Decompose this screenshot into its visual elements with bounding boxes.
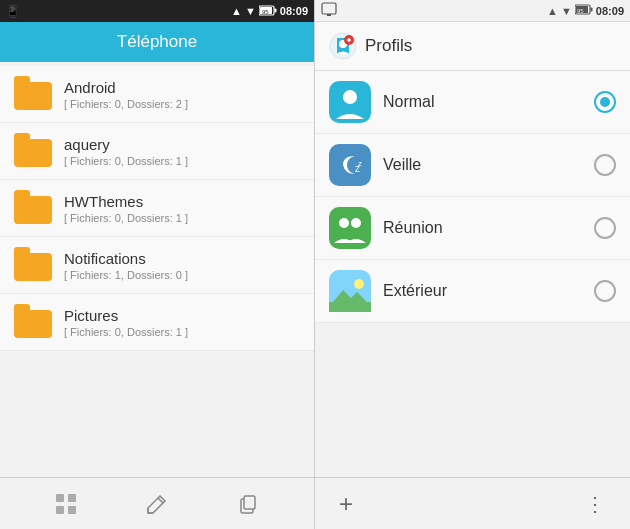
profile-radio[interactable]: [594, 217, 616, 239]
svg-rect-16: [590, 8, 592, 12]
file-name: aquery: [64, 136, 188, 153]
folder-icon: [14, 76, 52, 112]
right-time: 08:09: [596, 5, 624, 17]
right-battery-icon: 95: [575, 4, 593, 17]
right-panel: ▲ ▼ 95 08:09 Profils: [315, 0, 630, 529]
svg-text:z: z: [358, 159, 362, 168]
svg-rect-12: [322, 3, 336, 14]
file-item[interactable]: Android [ Fichiers: 0, Dossiers: 2 ]: [0, 66, 314, 123]
left-bottom-bar: [0, 477, 314, 529]
right-status-bar: ▲ ▼ 95 08:09: [315, 0, 630, 22]
file-meta: [ Fichiers: 0, Dossiers: 1 ]: [64, 326, 188, 338]
svg-point-30: [351, 218, 361, 228]
profile-item[interactable]: Normal: [315, 71, 630, 134]
file-info: Android [ Fichiers: 0, Dossiers: 2 ]: [64, 79, 188, 110]
edit-button[interactable]: [142, 489, 172, 519]
add-profile-button[interactable]: +: [339, 492, 353, 516]
grid-button[interactable]: [51, 489, 81, 519]
svg-rect-25: [329, 144, 371, 186]
svg-rect-4: [56, 494, 64, 502]
svg-rect-6: [56, 506, 64, 514]
profile-icon: zz: [329, 144, 371, 186]
profile-radio[interactable]: [594, 91, 616, 113]
file-meta: [ Fichiers: 0, Dossiers: 2 ]: [64, 98, 188, 110]
more-options-button[interactable]: ⋮: [585, 492, 606, 516]
profile-name: Extérieur: [383, 282, 594, 300]
file-name: HWThemes: [64, 193, 188, 210]
profile-list: Normal zz Veille Réunion Extér: [315, 71, 630, 477]
file-list: Android [ Fichiers: 0, Dossiers: 2 ] aqu…: [0, 62, 314, 477]
file-meta: [ Fichiers: 1, Dossiers: 0 ]: [64, 269, 188, 281]
wifi-icon: ▲: [231, 5, 242, 17]
battery-icon: 95: [259, 5, 277, 18]
file-name: Notifications: [64, 250, 188, 267]
file-info: aquery [ Fichiers: 0, Dossiers: 1 ]: [64, 136, 188, 167]
file-item[interactable]: aquery [ Fichiers: 0, Dossiers: 1 ]: [0, 123, 314, 180]
left-header: Téléphone: [0, 22, 314, 62]
right-bottom-bar: + ⋮: [315, 477, 630, 529]
file-item[interactable]: Notifications [ Fichiers: 1, Dossiers: 0…: [0, 237, 314, 294]
svg-text:95: 95: [577, 8, 584, 14]
profile-item[interactable]: Extérieur: [315, 260, 630, 323]
svg-point-32: [354, 279, 364, 289]
file-info: HWThemes [ Fichiers: 0, Dossiers: 1 ]: [64, 193, 188, 224]
profile-name: Veille: [383, 156, 594, 174]
profile-icon: [329, 207, 371, 249]
left-status-left-icons: 📱: [6, 5, 20, 18]
right-status-left-icon: [321, 2, 337, 20]
svg-point-24: [343, 90, 357, 104]
profile-item[interactable]: zz Veille: [315, 134, 630, 197]
left-status-right-icons: ▲ ▼ 95 08:09: [231, 5, 308, 18]
profile-icon: [329, 81, 371, 123]
svg-text:95: 95: [262, 9, 269, 15]
svg-rect-13: [327, 14, 331, 16]
right-status-right-icons: ▲ ▼ 95 08:09: [547, 4, 624, 17]
profiles-icon: [329, 32, 357, 60]
svg-rect-11: [244, 496, 255, 509]
folder-icon: [14, 133, 52, 169]
file-info: Pictures [ Fichiers: 0, Dossiers: 1 ]: [64, 307, 188, 338]
profile-radio[interactable]: [594, 154, 616, 176]
svg-rect-5: [68, 494, 76, 502]
right-wifi-icon: ▲: [547, 5, 558, 17]
copy-button[interactable]: [233, 489, 263, 519]
folder-icon: [14, 190, 52, 226]
file-info: Notifications [ Fichiers: 1, Dossiers: 0…: [64, 250, 188, 281]
profile-name: Réunion: [383, 219, 594, 237]
profile-name: Normal: [383, 93, 594, 111]
left-panel: 📱 ▲ ▼ 95 08:09 Téléphone: [0, 0, 315, 529]
radio-selected-dot: [600, 97, 610, 107]
svg-rect-7: [68, 506, 76, 514]
profiles-header: Profils: [315, 22, 630, 71]
profiles-title: Profils: [365, 36, 412, 56]
profile-icon: [329, 270, 371, 312]
file-name: Android: [64, 79, 188, 96]
profile-radio[interactable]: [594, 280, 616, 302]
svg-rect-2: [274, 8, 276, 12]
signal-icon: ▼: [245, 5, 256, 17]
right-signal-icon: ▼: [561, 5, 572, 17]
left-header-title: Téléphone: [117, 32, 197, 51]
folder-icon: [14, 247, 52, 283]
phone-icon: 📱: [6, 5, 20, 18]
left-time: 08:09: [280, 5, 308, 17]
profile-item[interactable]: Réunion: [315, 197, 630, 260]
file-item[interactable]: Pictures [ Fichiers: 0, Dossiers: 1 ]: [0, 294, 314, 351]
file-name: Pictures: [64, 307, 188, 324]
svg-point-29: [339, 218, 349, 228]
file-meta: [ Fichiers: 0, Dossiers: 1 ]: [64, 212, 188, 224]
file-item[interactable]: HWThemes [ Fichiers: 0, Dossiers: 1 ]: [0, 180, 314, 237]
file-meta: [ Fichiers: 0, Dossiers: 1 ]: [64, 155, 188, 167]
folder-icon: [14, 304, 52, 340]
left-status-bar: 📱 ▲ ▼ 95 08:09: [0, 0, 314, 22]
